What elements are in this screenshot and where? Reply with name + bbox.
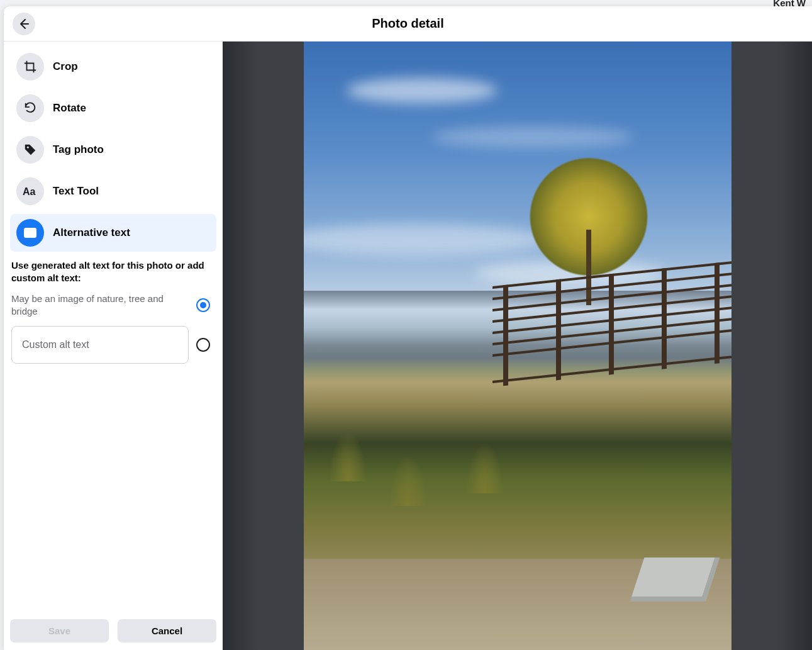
tool-label: Tag photo [53, 143, 104, 156]
svg-point-0 [27, 147, 29, 148]
sidebar-footer: Save Cancel [10, 615, 216, 644]
text-icon: Aa [16, 177, 44, 205]
alt-text-section: Use generated alt text for this photo or… [10, 255, 216, 364]
cancel-button[interactable]: Cancel [118, 619, 216, 642]
modal-title: Photo detail [4, 16, 812, 31]
tool-crop[interactable]: Crop [10, 48, 216, 86]
svg-text:Aa: Aa [27, 231, 34, 237]
generated-alt-radio[interactable] [196, 298, 210, 312]
rotate-icon [16, 94, 44, 122]
tool-alternative-text[interactable]: Aa Alternative text [10, 214, 216, 252]
photo-detail-modal: Photo detail Crop Rotate Tag photo [4, 6, 812, 650]
tool-text[interactable]: Aa Text Tool [10, 172, 216, 210]
tool-tag-photo[interactable]: Tag photo [10, 131, 216, 169]
tool-rotate[interactable]: Rotate [10, 89, 216, 127]
sidebar: Crop Rotate Tag photo Aa Text Tool [4, 42, 223, 650]
photo-canvas [223, 42, 812, 650]
arrow-left-icon [18, 18, 30, 30]
back-button[interactable] [13, 13, 35, 35]
tool-label: Rotate [53, 102, 86, 115]
tool-label: Crop [53, 60, 78, 73]
custom-alt-radio[interactable] [196, 338, 210, 352]
tool-label: Alternative text [53, 227, 130, 239]
generated-alt-row[interactable]: May be an image of nature, tree and brid… [11, 293, 210, 326]
modal-header: Photo detail [4, 6, 812, 42]
generated-alt-text: May be an image of nature, tree and brid… [11, 293, 196, 317]
alt-text-icon: Aa [16, 219, 44, 247]
alt-text-heading: Use generated alt text for this photo or… [11, 259, 210, 284]
custom-alt-input[interactable] [11, 326, 189, 364]
tag-icon [16, 136, 44, 164]
custom-alt-row [11, 326, 210, 364]
crop-icon [16, 53, 44, 81]
photo-preview [304, 42, 731, 650]
save-button[interactable]: Save [10, 619, 109, 642]
svg-text:Aa: Aa [23, 186, 36, 197]
tool-label: Text Tool [53, 185, 99, 198]
